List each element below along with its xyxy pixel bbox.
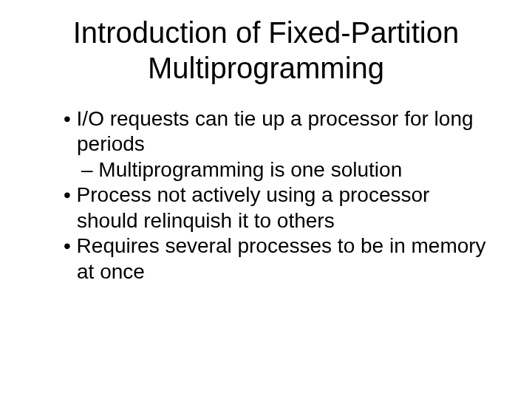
bullet-item-2: • Process not actively using a processor… (37, 183, 495, 233)
bullet-item-1: • I/O requests can tie up a processor fo… (37, 106, 495, 157)
slide: Introduction of Fixed-Partition Multipro… (0, 0, 532, 399)
bullet-dot-icon: • (64, 183, 71, 206)
bullet-dot-icon: • (64, 107, 71, 130)
slide-body: • I/O requests can tie up a processor fo… (37, 106, 495, 284)
bullet-text: Requires several processes to be in memo… (77, 234, 486, 282)
bullet-text: Process not actively using a processor s… (77, 183, 430, 231)
bullet-item-3: • Requires several processes to be in me… (37, 233, 495, 284)
bullet-text: Multiprogramming is one solution (98, 158, 402, 181)
slide-title: Introduction of Fixed-Partition Multipro… (37, 15, 495, 86)
bullet-dot-icon: • (64, 234, 71, 257)
bullet-dash-icon: – (81, 158, 93, 181)
bullet-subitem-1: – Multiprogramming is one solution (37, 157, 495, 183)
bullet-text: I/O requests can tie up a processor for … (77, 107, 474, 155)
